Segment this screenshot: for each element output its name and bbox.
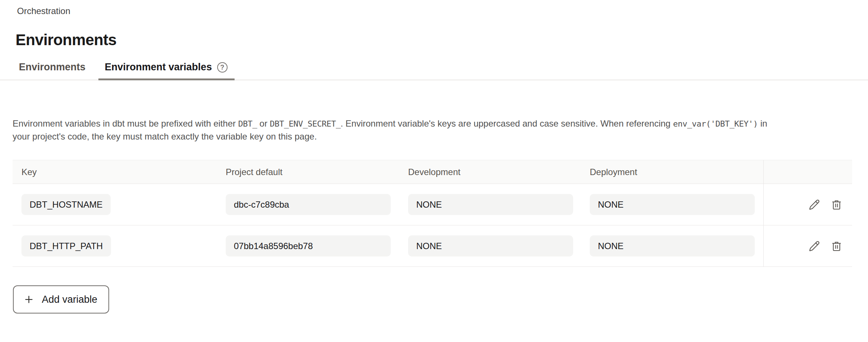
project-default-value: 07bb14a8596beb78: [226, 235, 391, 256]
variable-key-chip: DBT_HTTP_PATH: [21, 235, 111, 256]
description-text: or: [257, 118, 270, 128]
trash-icon: [831, 199, 842, 210]
trash-icon: [831, 241, 842, 252]
development-value: NONE: [408, 235, 573, 256]
table-row: DBT_HOSTNAME dbc-c7c89cba NONE NONE: [13, 184, 852, 225]
delete-variable-button[interactable]: [831, 199, 842, 211]
pencil-icon: [809, 199, 820, 210]
column-header-project-default: Project default: [217, 167, 399, 177]
edit-variable-button[interactable]: [808, 199, 820, 211]
plus-icon: [23, 294, 34, 305]
code-env-var: env_var('DBT_KEY'): [673, 119, 758, 128]
tab-environments-label: Environments: [19, 61, 85, 73]
tab-environment-variables[interactable]: Environment variables ?: [98, 59, 235, 80]
tab-bar: Environments Environment variables ?: [0, 59, 868, 80]
development-value: NONE: [408, 194, 573, 215]
variable-key-chip: DBT_HOSTNAME: [21, 194, 111, 215]
code-dbt-env-secret-prefix: DBT_ENV_SECRET_: [270, 119, 340, 128]
deployment-value: NONE: [590, 194, 755, 215]
column-header-actions: [763, 160, 852, 184]
breadcrumb: Orchestration: [17, 6, 868, 16]
tab-environment-variables-label: Environment variables: [105, 61, 212, 73]
column-header-deployment: Deployment: [581, 167, 763, 177]
code-dbt-prefix: DBT_: [238, 119, 257, 128]
table-row: DBT_HTTP_PATH 07bb14a8596beb78 NONE NONE: [13, 225, 852, 267]
description-text: . Environment variable's keys are upperc…: [341, 118, 673, 128]
delete-variable-button[interactable]: [831, 240, 842, 252]
tab-environments[interactable]: Environments: [13, 59, 92, 80]
add-variable-button[interactable]: Add variable: [13, 285, 109, 314]
table-header-row: Key Project default Development Deployme…: [13, 160, 852, 184]
column-header-development: Development: [399, 167, 581, 177]
pencil-icon: [809, 241, 820, 252]
description-text: Environment variables in dbt must be pre…: [13, 118, 238, 128]
edit-variable-button[interactable]: [808, 240, 820, 252]
page-title: Environments: [16, 31, 868, 49]
deployment-value: NONE: [590, 235, 755, 256]
environment-variables-description: Environment variables in dbt must be pre…: [13, 117, 780, 143]
environment-variables-table: Key Project default Development Deployme…: [13, 160, 852, 267]
add-variable-label: Add variable: [42, 294, 97, 305]
project-default-value: dbc-c7c89cba: [226, 194, 391, 215]
help-icon[interactable]: ?: [217, 62, 228, 73]
column-header-key: Key: [13, 167, 217, 177]
